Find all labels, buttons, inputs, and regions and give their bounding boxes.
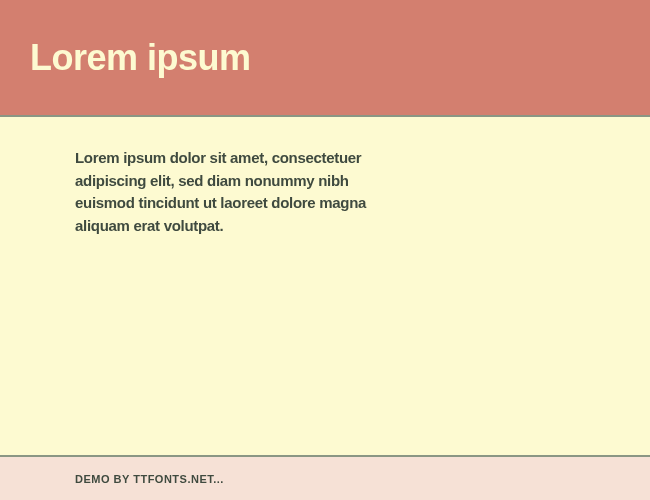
body-text: Lorem ipsum dolor sit amet, consectetuer…	[75, 147, 400, 237]
content-area: Lorem ipsum dolor sit amet, consectetuer…	[0, 117, 650, 455]
footer: DEMO BY TTFONTS.NET...	[0, 457, 650, 500]
page-title: Lorem ipsum	[30, 37, 251, 79]
footer-text: DEMO BY TTFONTS.NET...	[75, 473, 224, 485]
header: Lorem ipsum	[0, 0, 650, 115]
